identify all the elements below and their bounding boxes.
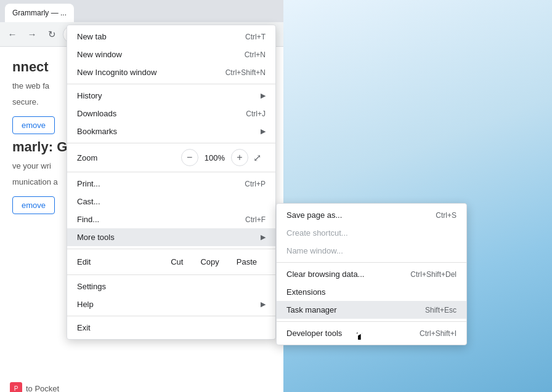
- zoom-minus-icon: −: [187, 152, 192, 163]
- menu-label-bookmarks: Bookmarks: [77, 127, 117, 136]
- menu-shortcut-save-page: Ctrl+S: [436, 211, 457, 220]
- zoom-plus-button[interactable]: +: [231, 149, 248, 166]
- zoom-control-row: Zoom − 100% + ⤢: [67, 146, 275, 169]
- menu-item-developer-tools[interactable]: Developer tools Ctrl+Shift+I: [277, 324, 466, 342]
- remove-button-2[interactable]: emove: [12, 196, 55, 214]
- separator-3: [67, 172, 275, 172]
- menu-label-find: Find...: [77, 215, 99, 224]
- menu-item-clear-browsing[interactable]: Clear browsing data... Ctrl+Shift+Del: [277, 265, 466, 283]
- menu-item-new-window[interactable]: New window Ctrl+N: [67, 46, 275, 63]
- menu-item-save-page[interactable]: Save page as... Ctrl+S: [277, 206, 466, 224]
- menu-label-new-window: New window: [77, 50, 122, 59]
- copy-button[interactable]: Copy: [192, 255, 227, 269]
- menu-item-cast[interactable]: Cast...: [67, 193, 275, 210]
- menu-label-name-window: Name window...: [286, 246, 343, 255]
- tab-label: Grammarly — ...: [12, 9, 67, 17]
- menu-item-incognito[interactable]: New Incognito window Ctrl+Shift+N: [67, 63, 275, 81]
- paste-button[interactable]: Paste: [228, 255, 266, 269]
- edit-actions: Cut Copy Paste: [162, 255, 266, 269]
- menu-shortcut-new-tab: Ctrl+T: [245, 33, 266, 41]
- pocket-area: P to Pocket: [10, 382, 59, 392]
- edit-label: Edit: [77, 257, 162, 266]
- sub-separator-1: [277, 262, 466, 263]
- menu-label-history: History: [77, 91, 102, 100]
- menu-item-exit[interactable]: Exit: [67, 319, 275, 337]
- menu-item-find[interactable]: Find... Ctrl+F: [67, 210, 275, 228]
- help-arrow-icon: ▶: [261, 300, 266, 308]
- menu-label-print: Print...: [77, 179, 100, 188]
- menu-item-print[interactable]: Print... Ctrl+P: [67, 175, 275, 193]
- zoom-fullscreen-button[interactable]: ⤢: [248, 149, 266, 166]
- more-tools-arrow-icon: ▶: [261, 233, 266, 241]
- remove-label-1: emove: [22, 121, 46, 130]
- separator-4: [67, 249, 275, 249]
- zoom-value: 100%: [198, 153, 231, 162]
- menu-item-downloads[interactable]: Downloads Ctrl+J: [67, 105, 275, 122]
- sub-separator-2: [277, 321, 466, 322]
- menu-label-clear-browsing: Clear browsing data...: [286, 270, 364, 279]
- menu-label-cast: Cast...: [77, 197, 100, 206]
- main-dropdown-menu: New tab Ctrl+T New window Ctrl+N New Inc…: [67, 25, 276, 340]
- zoom-label: Zoom: [77, 153, 181, 162]
- menu-label-create-shortcut: Create shortcut...: [286, 228, 348, 238]
- copy-label: Copy: [200, 257, 219, 266]
- refresh-button[interactable]: ↻: [43, 26, 60, 43]
- separator-1: [67, 84, 275, 84]
- menu-item-new-tab[interactable]: New tab Ctrl+T: [67, 28, 275, 46]
- menu-item-task-manager[interactable]: Task manager Shift+Esc: [277, 301, 466, 319]
- menu-label-more-tools: More tools: [77, 233, 115, 242]
- menu-label-settings: Settings: [77, 282, 106, 291]
- separator-2: [67, 143, 275, 143]
- edit-row: Edit Cut Copy Paste: [67, 252, 275, 272]
- zoom-minus-button[interactable]: −: [181, 149, 198, 166]
- menu-shortcut-clear-browsing: Ctrl+Shift+Del: [410, 270, 457, 279]
- menu-item-extensions[interactable]: Extensions: [277, 283, 466, 301]
- separator-5: [67, 274, 275, 275]
- zoom-plus-icon: +: [237, 152, 242, 163]
- menu-item-help[interactable]: Help ▶: [67, 295, 275, 313]
- remove-button-1[interactable]: emove: [12, 116, 55, 134]
- history-arrow-icon: ▶: [261, 92, 266, 100]
- menu-label-new-tab: New tab: [77, 32, 107, 41]
- menu-shortcut-downloads: Ctrl+J: [246, 110, 266, 118]
- menu-item-settings[interactable]: Settings: [67, 278, 275, 295]
- remove-label-2: emove: [22, 201, 46, 210]
- menu-shortcut-incognito: Ctrl+Shift+N: [225, 68, 266, 77]
- menu-label-exit: Exit: [77, 323, 91, 332]
- menu-item-create-shortcut: Create shortcut...: [277, 224, 466, 242]
- menu-label-help: Help: [77, 300, 94, 309]
- cut-button[interactable]: Cut: [162, 255, 192, 269]
- tab-bar: Grammarly — ...: [0, 0, 283, 22]
- menu-item-more-tools[interactable]: More tools ▶: [67, 228, 275, 246]
- menu-item-bookmarks[interactable]: Bookmarks ▶: [67, 122, 275, 140]
- menu-shortcut-new-window: Ctrl+N: [245, 50, 266, 59]
- more-tools-submenu: Save page as... Ctrl+S Create shortcut..…: [276, 203, 467, 345]
- menu-shortcut-developer-tools: Ctrl+Shift+I: [420, 329, 457, 338]
- forward-button[interactable]: →: [23, 26, 41, 43]
- menu-label-developer-tools: Developer tools: [286, 329, 342, 338]
- separator-6: [67, 316, 275, 316]
- pocket-label: to Pocket: [26, 384, 59, 393]
- menu-label-downloads: Downloads: [77, 109, 116, 118]
- menu-shortcut-print: Ctrl+P: [245, 180, 266, 188]
- menu-label-incognito: New Incognito window: [77, 68, 156, 77]
- pocket-icon: P: [10, 382, 22, 392]
- menu-item-history[interactable]: History ▶: [67, 87, 275, 105]
- menu-shortcut-task-manager: Shift+Esc: [425, 306, 457, 314]
- menu-label-task-manager: Task manager: [286, 305, 337, 314]
- menu-item-name-window: Name window...: [277, 242, 466, 260]
- menu-label-extensions: Extensions: [286, 287, 326, 297]
- bookmarks-arrow-icon: ▶: [261, 127, 266, 135]
- back-button[interactable]: ←: [4, 26, 21, 43]
- menu-shortcut-find: Ctrl+F: [245, 215, 266, 224]
- paste-label: Paste: [237, 257, 257, 266]
- browser-tab[interactable]: Grammarly — ...: [5, 4, 74, 22]
- cut-label: Cut: [171, 257, 183, 266]
- menu-label-save-page: Save page as...: [286, 210, 342, 220]
